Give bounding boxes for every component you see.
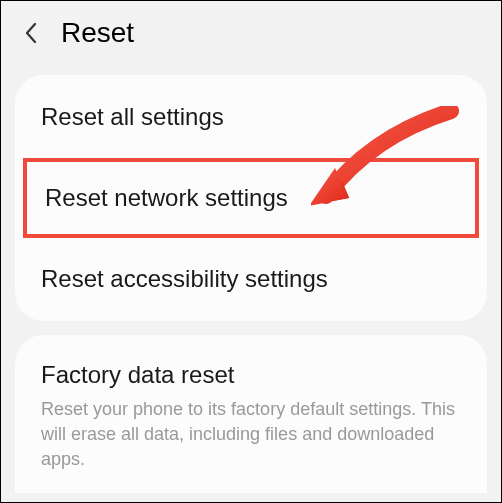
factory-reset-card[interactable]: Factory data reset Reset your phone to i…	[15, 335, 487, 493]
reset-accessibility-settings[interactable]: Reset accessibility settings	[15, 237, 487, 321]
reset-all-settings[interactable]: Reset all settings	[15, 75, 487, 159]
reset-network-settings[interactable]: Reset network settings	[23, 158, 479, 238]
back-icon[interactable]	[21, 23, 41, 43]
factory-reset-description: Reset your phone to its factory default …	[41, 397, 461, 473]
page-title: Reset	[61, 17, 134, 49]
header: Reset	[1, 1, 501, 69]
reset-options-card: Reset all settings Reset network setting…	[15, 75, 487, 321]
factory-reset-title: Factory data reset	[41, 361, 461, 389]
